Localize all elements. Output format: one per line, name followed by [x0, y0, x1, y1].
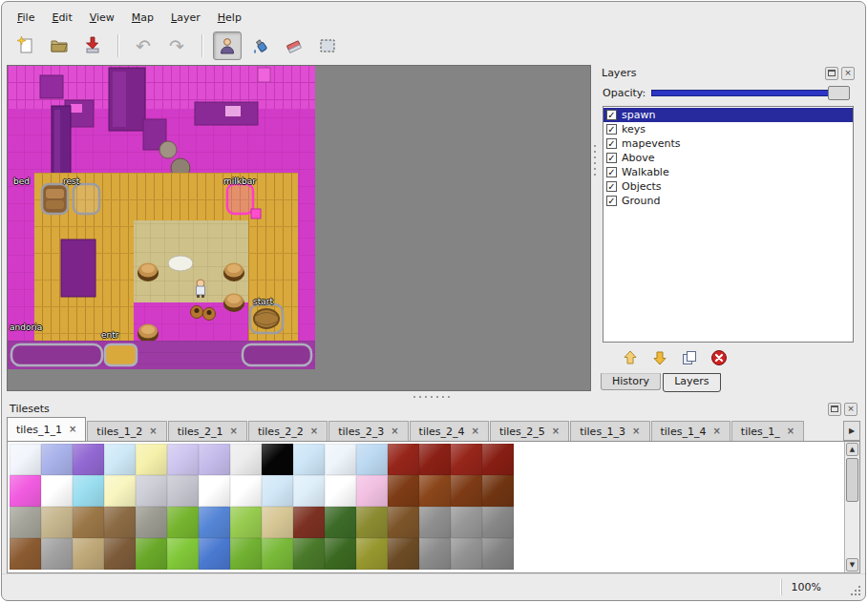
tile-3-8[interactable] — [262, 538, 293, 570]
menu-edit[interactable]: Edit — [44, 9, 79, 27]
tile-2-5[interactable] — [167, 507, 199, 538]
tile-0-7[interactable] — [230, 444, 262, 475]
menu-file[interactable]: File — [10, 9, 42, 27]
menu-view[interactable]: View — [82, 9, 122, 27]
tile-3-4[interactable] — [136, 538, 167, 570]
tile-1-15[interactable] — [482, 475, 514, 507]
tile-3-13[interactable] — [419, 538, 451, 570]
tile-0-1[interactable] — [41, 444, 73, 475]
delete-layer-button[interactable] — [707, 345, 731, 370]
tile-3-15[interactable] — [482, 538, 514, 570]
scroll-down-button[interactable]: ▼ — [846, 558, 858, 572]
tile-3-2[interactable] — [73, 538, 104, 570]
tile-2-12[interactable] — [388, 507, 419, 538]
tile-0-5[interactable] — [167, 444, 199, 475]
layers-float-button[interactable] — [825, 67, 838, 80]
tileset-tab-tiles_1_2[interactable]: tiles_1_2× — [87, 421, 166, 441]
layer-row-mapevents[interactable]: ✓mapevents — [603, 136, 853, 151]
tile-2-1[interactable] — [41, 507, 73, 538]
tile-0-11[interactable] — [356, 444, 388, 475]
tile-0-14[interactable] — [451, 444, 482, 475]
tile-0-2[interactable] — [73, 444, 104, 475]
tile-1-4[interactable] — [136, 475, 167, 507]
tab-close-icon[interactable]: × — [552, 426, 560, 436]
tile-0-13[interactable] — [419, 444, 451, 475]
tile-2-6[interactable] — [199, 507, 230, 538]
raise-layer-button[interactable] — [618, 345, 643, 370]
layer-row-spawn[interactable]: ✓spawn — [603, 108, 853, 122]
resize-grip[interactable] — [858, 593, 860, 595]
scroll-up-button[interactable]: ▲ — [846, 443, 858, 456]
tile-0-4[interactable] — [136, 444, 167, 475]
redo-button[interactable]: ↷ — [162, 31, 191, 60]
tile-2-3[interactable] — [104, 507, 136, 538]
layer-row-keys[interactable]: ✓keys — [603, 122, 853, 136]
tile-0-0[interactable] — [10, 444, 41, 475]
opacity-slider-handle[interactable] — [828, 86, 850, 100]
layer-visibility-checkbox[interactable]: ✓ — [606, 124, 617, 135]
tile-0-8[interactable] — [262, 444, 293, 475]
tile-0-6[interactable] — [199, 444, 230, 475]
tile-2-4[interactable] — [136, 507, 167, 538]
layer-visibility-checkbox[interactable]: ✓ — [606, 110, 617, 120]
save-map-button[interactable] — [78, 31, 107, 60]
tab-close-icon[interactable]: × — [149, 426, 157, 436]
tile-1-8[interactable] — [262, 475, 293, 507]
tile-0-9[interactable] — [293, 444, 325, 475]
layers-close-button[interactable]: × — [841, 67, 855, 80]
tab-close-icon[interactable]: × — [712, 426, 720, 436]
tile-1-7[interactable] — [230, 475, 262, 507]
layer-row-Walkable[interactable]: ✓Walkable — [603, 165, 853, 179]
tile-1-1[interactable] — [41, 475, 73, 507]
tile-2-7[interactable] — [230, 507, 262, 538]
scrollbar-thumb[interactable] — [846, 458, 858, 502]
tileset-tab-tiles_1_[interactable]: tiles_1_× — [731, 421, 804, 441]
lower-layer-button[interactable] — [647, 345, 672, 370]
tile-0-10[interactable] — [325, 444, 356, 475]
tileset-tab-tiles_2_5[interactable]: tiles_2_5× — [490, 421, 569, 441]
tile-0-12[interactable] — [388, 444, 419, 475]
tile-1-5[interactable] — [167, 475, 199, 507]
tileset-tab-tiles_2_3[interactable]: tiles_2_3× — [328, 421, 408, 441]
tile-3-12[interactable] — [388, 538, 419, 570]
tile-2-15[interactable] — [482, 507, 514, 538]
layer-visibility-checkbox[interactable]: ✓ — [606, 167, 617, 177]
menu-layer[interactable]: Layer — [163, 9, 208, 27]
tileset-tab-tiles_1_3[interactable]: tiles_1_3× — [570, 421, 649, 441]
menu-map[interactable]: Map — [124, 9, 161, 27]
tile-2-8[interactable] — [262, 507, 293, 538]
new-map-button[interactable] — [11, 31, 40, 60]
undo-button[interactable]: ↶ — [129, 31, 158, 60]
tile-3-6[interactable] — [199, 538, 230, 570]
tile-1-2[interactable] — [73, 475, 104, 507]
opacity-slider[interactable] — [651, 85, 850, 100]
tile-3-9[interactable] — [293, 538, 325, 570]
tile-2-14[interactable] — [451, 507, 482, 538]
tile-1-10[interactable] — [325, 475, 356, 507]
tileset-scrollbar[interactable]: ▲ ▼ — [844, 442, 859, 572]
tile-1-6[interactable] — [199, 475, 230, 507]
tileset-tab-tiles_2_4[interactable]: tiles_2_4× — [410, 421, 489, 441]
tile-1-12[interactable] — [388, 475, 419, 507]
tile-2-0[interactable] — [10, 507, 41, 538]
tile-3-0[interactable] — [10, 538, 41, 570]
tileset-tab-tiles_2_2[interactable]: tiles_2_2× — [248, 421, 328, 441]
layer-row-Above[interactable]: ✓Above — [603, 151, 853, 165]
layer-row-Ground[interactable]: ✓Ground — [603, 194, 853, 208]
tab-scroll-right-button[interactable]: ▶ — [843, 421, 860, 441]
tile-3-10[interactable] — [325, 538, 356, 570]
tilesets-close-button[interactable]: × — [844, 403, 857, 416]
select-tool-button[interactable] — [313, 31, 342, 60]
tile-3-11[interactable] — [356, 538, 388, 570]
tab-close-icon[interactable]: × — [310, 426, 318, 436]
tab-close-icon[interactable]: × — [787, 426, 794, 436]
layer-visibility-checkbox[interactable]: ✓ — [606, 153, 617, 163]
tile-2-13[interactable] — [419, 507, 451, 538]
stamp-tool-button[interactable] — [213, 31, 242, 60]
layer-visibility-checkbox[interactable]: ✓ — [606, 196, 617, 206]
map-canvas[interactable] — [8, 66, 315, 369]
layer-row-Objects[interactable]: ✓Objects — [603, 179, 853, 194]
tile-2-9[interactable] — [293, 507, 325, 538]
layer-visibility-checkbox[interactable]: ✓ — [606, 138, 617, 149]
tile-3-14[interactable] — [451, 538, 482, 570]
